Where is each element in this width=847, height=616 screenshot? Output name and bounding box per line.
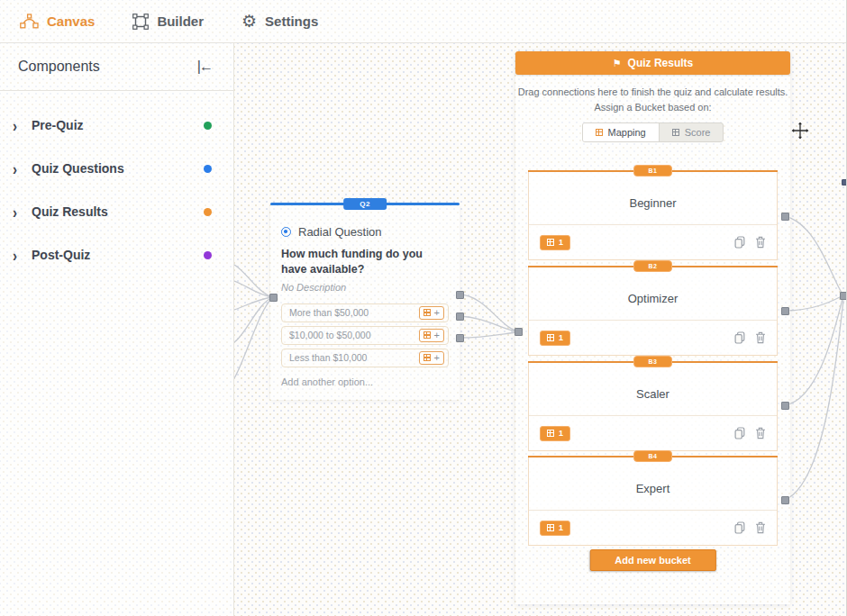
option-output-handle[interactable]	[456, 313, 464, 321]
tab-builder[interactable]: Builder	[132, 14, 204, 30]
vector-curve-icon	[20, 14, 39, 29]
mode-tab-score-label: Score	[685, 127, 711, 138]
add-new-bucket-button[interactable]: Add new bucket	[589, 549, 715, 571]
delete-bucket-icon[interactable]	[755, 521, 766, 534]
option-map-button[interactable]: +	[419, 329, 444, 342]
sidebar-header: Components |←	[0, 43, 233, 91]
option-label: More than $50,000	[289, 307, 369, 318]
mapping-count-badge[interactable]: 1	[540, 331, 570, 346]
option-row[interactable]: Less than $10,000 +	[281, 349, 449, 367]
mapping-count-badge[interactable]: 1	[540, 426, 570, 441]
question-input-handle[interactable]	[269, 294, 278, 302]
sidebar-item-pre-quiz[interactable]: › Pre-Quiz	[0, 104, 233, 147]
bucket-footer: 1	[529, 510, 777, 545]
bucket-card-expert[interactable]: B4 Expert 1	[528, 457, 778, 546]
mapping-count-icon	[547, 239, 554, 246]
collapse-sidebar-icon[interactable]: |←	[197, 59, 212, 75]
sidebar-item-post-quiz[interactable]: › Post-Quiz	[0, 233, 233, 276]
flag-icon: ⚑	[613, 59, 622, 68]
tab-canvas-label: Canvas	[47, 14, 95, 29]
chevron-right-icon: ›	[13, 115, 17, 134]
flow-canvas[interactable]: Q2 Radial Question How much funding do y…	[234, 43, 847, 616]
bucket-output-handle[interactable]	[781, 307, 789, 315]
mode-tab-mapping-label: Mapping	[608, 127, 646, 138]
quiz-results-node[interactable]: ⚑ Quiz Results Drag connections here to …	[515, 51, 790, 604]
delete-bucket-icon[interactable]	[755, 331, 766, 344]
mapping-count-value: 1	[559, 523, 563, 532]
results-instructions: Drag connections here to finish the quiz…	[515, 85, 790, 114]
delete-bucket-icon[interactable]	[755, 427, 766, 439]
bucket-output-handle[interactable]	[781, 213, 789, 221]
post-quiz-input-handle[interactable]	[840, 292, 847, 300]
sidebar-item-quiz-results[interactable]: › Quiz Results	[0, 190, 233, 233]
mapping-count-badge[interactable]: 1	[540, 521, 570, 536]
duplicate-bucket-icon[interactable]	[734, 427, 745, 439]
bucket-badge: B4	[633, 450, 673, 462]
sidebar-item-label: Quiz Questions	[32, 161, 204, 176]
bucket-badge: B2	[633, 260, 673, 272]
option-row[interactable]: More than $50,000 +	[281, 303, 449, 322]
question-node-top-bar: Q2	[270, 203, 460, 205]
tab-canvas[interactable]: Canvas	[20, 14, 95, 29]
plus-icon: +	[434, 353, 440, 363]
plus-icon: +	[434, 308, 440, 318]
tab-settings[interactable]: ⚙ Settings	[241, 13, 318, 30]
bucket-name: Optimizer	[529, 292, 777, 305]
bucket-card-scaler[interactable]: B3 Scaler 1	[528, 363, 778, 451]
move-cursor-icon	[789, 120, 811, 141]
option-map-button[interactable]: +	[419, 351, 444, 365]
bucket-footer: 1	[529, 320, 777, 355]
chevron-right-icon: ›	[13, 245, 17, 264]
bucket-name: Beginner	[529, 196, 777, 210]
transform-icon	[132, 14, 149, 30]
sidebar-item-label: Post-Quiz	[32, 248, 204, 262]
question-node[interactable]: Q2 Radial Question How much funding do y…	[270, 203, 460, 400]
bucket-output-handle[interactable]	[781, 402, 789, 410]
delete-bucket-icon[interactable]	[755, 236, 766, 249]
mapping-count-badge[interactable]: 1	[540, 235, 570, 250]
bucket-card-beginner[interactable]: B1 Beginner 1	[528, 172, 778, 260]
mode-tab-mapping[interactable]: Mapping	[583, 123, 660, 141]
duplicate-bucket-icon[interactable]	[734, 521, 745, 534]
mapping-count-value: 1	[559, 333, 563, 342]
results-input-handle[interactable]	[515, 328, 523, 336]
option-map-button[interactable]: +	[419, 306, 444, 320]
top-nav: Canvas Builder ⚙ Settings	[0, 0, 847, 43]
bucket-card-optimizer[interactable]: B2 Optimizer 1	[528, 267, 778, 356]
sidebar-item-label: Quiz Results	[32, 204, 204, 219]
bucket-output-handle[interactable]	[781, 496, 789, 504]
plus-icon: +	[434, 331, 440, 340]
option-row[interactable]: $10,000 to $50,000 +	[281, 326, 449, 345]
question-title: How much funding do you have available?	[281, 247, 449, 277]
add-option-button[interactable]: Add another option...	[281, 376, 449, 387]
quiz-results-color-dot	[204, 208, 212, 216]
mapping-icon	[424, 309, 431, 316]
pre-quiz-color-dot	[204, 122, 212, 130]
quiz-builder-app: Canvas Builder ⚙ Settings Components |← …	[0, 0, 847, 616]
option-output-handle[interactable]	[456, 291, 464, 299]
offscreen-node-handle[interactable]	[842, 179, 847, 186]
instruction-line-2: Assign a Bucket based on:	[515, 100, 790, 115]
quiz-results-header[interactable]: ⚑ Quiz Results	[515, 51, 790, 75]
mode-tab-score[interactable]: Score	[660, 123, 724, 141]
bucket-name: Scaler	[529, 387, 777, 401]
bucket-mode-switch: Mapping Score	[582, 122, 724, 142]
components-sidebar: Components |← › Pre-Quiz › Quiz Question…	[0, 43, 234, 616]
option-output-handle[interactable]	[456, 334, 464, 342]
instruction-line-1: Drag connections here to finish the quiz…	[515, 85, 790, 100]
duplicate-bucket-icon[interactable]	[734, 331, 745, 344]
mapping-count-icon	[547, 430, 554, 437]
quiz-questions-color-dot	[204, 165, 212, 173]
tab-builder-label: Builder	[157, 14, 204, 29]
bucket-badge: B3	[633, 356, 673, 367]
sidebar-title: Components	[18, 59, 100, 75]
question-node-body: Radial Question How much funding do you …	[270, 205, 460, 400]
duplicate-bucket-icon[interactable]	[734, 236, 745, 249]
chevron-right-icon: ›	[13, 159, 17, 177]
sidebar-item-quiz-questions[interactable]: › Quiz Questions	[0, 147, 233, 190]
question-type-row: Radial Question	[281, 225, 449, 239]
question-description: No Description	[281, 282, 449, 293]
bucket-footer: 1	[529, 224, 777, 259]
mapping-count-value: 1	[559, 429, 563, 438]
bucket-name: Expert	[529, 482, 777, 495]
